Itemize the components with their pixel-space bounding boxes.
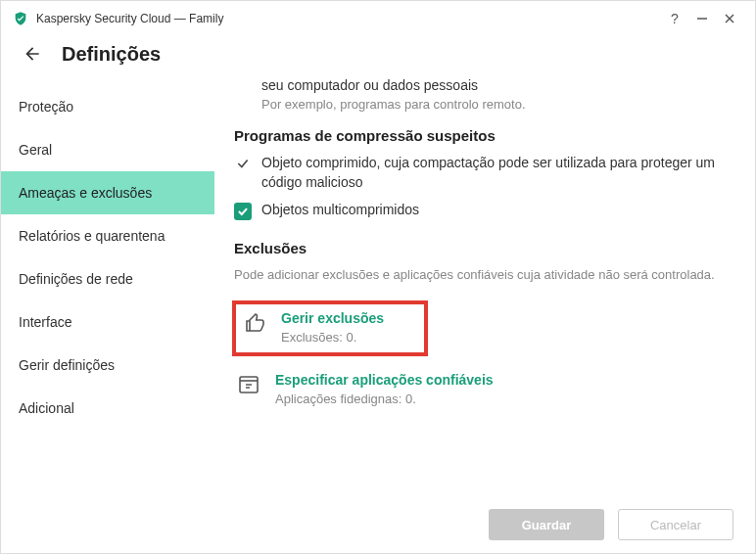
exclusions-description: Pode adicionar exclusões e aplicações co… [234, 266, 732, 285]
trusted-apps-box[interactable]: Especificar aplicações confiáveis Aplica… [234, 366, 732, 412]
help-button[interactable]: ? [661, 5, 688, 32]
page-title: Definições [62, 43, 161, 66]
sidebar-item-protecao[interactable]: Proteção [1, 85, 214, 128]
trusted-apps-link[interactable]: Especificar aplicações confiáveis [275, 372, 494, 388]
app-shield-icon [13, 11, 28, 26]
content-top-line: seu computador ou dados pessoais [261, 77, 732, 93]
manage-exclusions-box[interactable]: Gerir exclusões Exclusões: 0. [234, 302, 426, 354]
manage-exclusions-link[interactable]: Gerir exclusões [281, 310, 384, 326]
compress-item-2: Objetos multicomprimidos [261, 202, 419, 217]
section-exclusions-heading: Exclusões [234, 240, 732, 256]
checkbox-checked-icon[interactable] [234, 203, 252, 220]
sidebar-item-geral[interactable]: Geral [1, 128, 214, 171]
window-title: Kaspersky Security Cloud — Family [36, 12, 661, 25]
sidebar-item-relatorios[interactable]: Relatórios e quarentena [1, 214, 214, 257]
compress-item-1: Objeto comprimido, cuja compactação pode… [261, 154, 732, 192]
sidebar: Proteção Geral Ameaças e exclusões Relat… [1, 77, 214, 488]
cancel-button[interactable]: Cancelar [618, 509, 733, 540]
close-button[interactable] [716, 5, 743, 32]
sidebar-item-adicional[interactable]: Adicional [1, 387, 214, 430]
sidebar-item-gerir-definicoes[interactable]: Gerir definições [1, 344, 214, 387]
trusted-apps-sub: Aplicações fidedignas: 0. [275, 392, 494, 406]
minimize-button[interactable] [688, 5, 716, 32]
app-window-icon [236, 372, 261, 397]
manage-exclusions-sub: Exclusões: 0. [281, 330, 384, 345]
back-button[interactable] [21, 42, 44, 66]
thumbs-up-icon [242, 310, 267, 336]
sidebar-item-interface[interactable]: Interface [1, 300, 214, 344]
sidebar-item-ameacas-exclusoes[interactable]: Ameaças e exclusões [1, 171, 214, 214]
sidebar-item-rede[interactable]: Definições de rede [1, 257, 214, 300]
save-button[interactable]: Guardar [489, 509, 604, 540]
content-example-text: Por exemplo, programas para controlo rem… [261, 97, 732, 112]
section-compress-heading: Programas de compressão suspeitos [234, 127, 732, 144]
check-icon[interactable] [234, 155, 252, 172]
